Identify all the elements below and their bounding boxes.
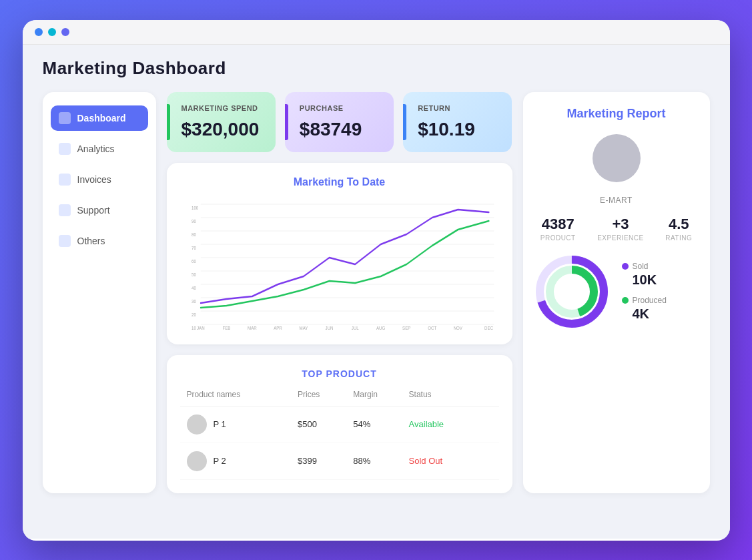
donut-legend: Sold 10K Produced 4K — [622, 262, 667, 322]
stat-value-return: $10.19 — [418, 119, 497, 140]
report-avatar — [593, 134, 641, 182]
svg-text:SEP: SEP — [402, 325, 411, 331]
report-stat-label-product: PRODUCT — [540, 234, 576, 242]
svg-text:30: 30 — [191, 298, 196, 304]
sold-label: Sold — [633, 262, 649, 271]
sold-dot — [622, 263, 629, 270]
report-stat-value-experience: +3 — [612, 216, 629, 233]
product-avatar-p1 — [187, 414, 207, 435]
dot-blue — [35, 28, 43, 36]
sidebar: Dashboard Analytics Invoices Support Oth… — [43, 92, 156, 493]
product-name-p1: P 1 — [214, 419, 226, 429]
dashboard-icon — [59, 112, 71, 124]
dot-cyan — [48, 28, 56, 36]
content-area: Marketing Spend $320,000 PURCHASE $83749… — [167, 92, 512, 493]
produced-label: Produced — [633, 296, 667, 305]
donut-section: Sold 10K Produced 4K — [535, 252, 698, 328]
table-row: P 2 $399 88% Sold Out — [180, 443, 499, 480]
report-stats: 4387 PRODUCT +3 EXPERIENCE 4.5 RATING — [535, 216, 698, 242]
produced-dot — [622, 297, 629, 304]
analytics-icon — [59, 143, 71, 155]
sidebar-label-support: Support — [77, 205, 110, 216]
svg-text:MAR: MAR — [248, 325, 257, 331]
produced-value: 4K — [622, 306, 667, 322]
svg-text:OCT: OCT — [428, 325, 437, 331]
stat-value-spend: $320,000 — [181, 119, 261, 140]
chart-title: Marketing To Date — [180, 176, 499, 188]
stat-label-spend: Marketing Spend — [181, 104, 261, 112]
price-p2: $399 — [298, 456, 353, 466]
header-product: Product names — [187, 390, 298, 399]
legend-produced-label-row: Produced — [622, 296, 667, 305]
svg-text:FEB: FEB — [222, 325, 230, 331]
svg-text:APR: APR — [274, 325, 282, 331]
table-title: TOP PRODUCT — [180, 368, 499, 379]
sidebar-item-support[interactable]: Support — [51, 198, 148, 223]
svg-text:JUN: JUN — [325, 325, 333, 331]
main-layout: Dashboard Analytics Invoices Support Oth… — [43, 92, 710, 493]
legend-sold-label-row: Sold — [622, 262, 667, 271]
svg-text:90: 90 — [191, 218, 196, 224]
svg-text:10: 10 — [191, 325, 196, 331]
stat-bar-purple — [285, 104, 288, 140]
table-header: Product names Prices Margin Status — [180, 390, 499, 406]
table-card: TOP PRODUCT Product names Prices Margin … — [167, 355, 512, 493]
app-container: Marketing Dashboard Dashboard Analytics … — [23, 45, 730, 539]
price-p1: $500 — [298, 419, 353, 429]
header-prices: Prices — [298, 390, 353, 399]
others-icon — [59, 235, 71, 247]
svg-text:NOV: NOV — [453, 325, 462, 331]
stat-bar-blue — [403, 104, 406, 140]
status-p2: Sold Out — [409, 456, 492, 466]
stat-card-purchase: PURCHASE $83749 — [285, 92, 394, 152]
svg-text:40: 40 — [191, 285, 196, 291]
sidebar-label-others: Others — [77, 236, 105, 246]
margin-p1: 54% — [353, 419, 408, 429]
svg-text:50: 50 — [191, 272, 196, 278]
header-status: Status — [409, 390, 492, 399]
report-stat-product: 4387 PRODUCT — [540, 216, 576, 242]
report-stat-value-rating: 4.5 — [669, 216, 689, 233]
sidebar-item-dashboard[interactable]: Dashboard — [51, 105, 148, 131]
sidebar-label-dashboard: Dashboard — [77, 113, 126, 123]
line-chart-svg: 10 20 30 40 50 60 70 80 90 100 — [180, 198, 499, 331]
stats-row: Marketing Spend $320,000 PURCHASE $83749… — [167, 92, 512, 152]
sidebar-label-invoices: Invoices — [77, 174, 111, 185]
svg-text:70: 70 — [191, 245, 196, 251]
svg-text:AUG: AUG — [376, 325, 386, 331]
page-title: Marketing Dashboard — [43, 58, 710, 79]
stat-label-purchase: PURCHASE — [300, 104, 379, 112]
sold-value: 10K — [622, 272, 667, 288]
chart-area: 10 20 30 40 50 60 70 80 90 100 — [180, 198, 499, 331]
report-title: Marketing Report — [567, 107, 665, 121]
legend-produced: Produced 4K — [622, 296, 667, 322]
stat-label-return: RETURN — [418, 104, 497, 112]
status-p1: Available — [409, 419, 492, 429]
sidebar-item-invoices[interactable]: Invoices — [51, 167, 148, 192]
dot-indigo — [61, 28, 69, 36]
svg-text:DEC: DEC — [484, 325, 493, 331]
report-stat-rating: 4.5 RATING — [665, 216, 692, 242]
svg-text:MAY: MAY — [299, 325, 308, 331]
stat-card-return: RETURN $10.19 — [403, 92, 512, 152]
product-cell-p1: P 1 — [187, 414, 298, 435]
sidebar-item-analytics[interactable]: Analytics — [51, 136, 148, 162]
stat-bar-green — [167, 104, 170, 140]
sidebar-label-analytics: Analytics — [77, 144, 115, 154]
report-stat-experience: +3 EXPERIENCE — [597, 216, 643, 242]
svg-point-36 — [558, 278, 585, 305]
support-icon — [59, 204, 71, 216]
table-row: P 1 $500 54% Available — [180, 406, 499, 443]
invoices-icon — [59, 174, 71, 186]
svg-text:JAN: JAN — [197, 325, 205, 331]
svg-text:JUL: JUL — [351, 325, 358, 331]
product-avatar-p2 — [187, 451, 207, 471]
sidebar-item-others[interactable]: Others — [51, 228, 148, 254]
chart-card: Marketing To Date 10 20 30 40 50 60 70 8… — [167, 163, 512, 344]
right-panel: Marketing Report E-MART 4387 PRODUCT +3 … — [523, 92, 710, 493]
product-name-p2: P 2 — [214, 456, 226, 466]
donut-svg — [535, 255, 609, 328]
header-margin: Margin — [353, 390, 408, 399]
svg-text:20: 20 — [191, 312, 196, 318]
legend-sold: Sold 10K — [622, 262, 667, 288]
